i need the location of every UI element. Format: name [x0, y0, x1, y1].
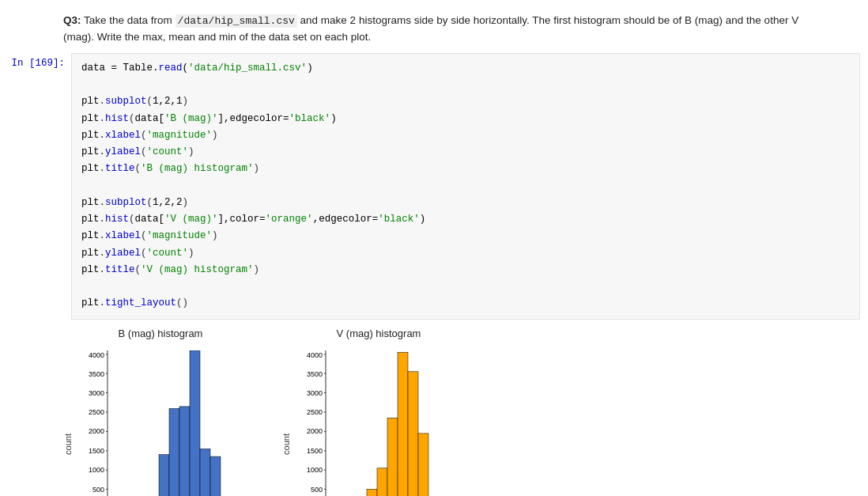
question-code-path: /data/hip_small.csv — [175, 14, 297, 28]
chart1-y-label: count — [63, 434, 73, 455]
question-label: Q3: — [63, 14, 81, 26]
chart2-svg: 0 500 1000 1500 2000 2500 3000 3500 — [294, 343, 476, 497]
code-line-12: plt.ylabel('count') — [81, 248, 194, 259]
svg-rect-29 — [190, 350, 200, 497]
svg-text:1000: 1000 — [89, 466, 104, 474]
code-block[interactable]: data = Table.read('data/hip_small.csv') … — [71, 53, 860, 320]
svg-text:4000: 4000 — [307, 351, 323, 359]
code-line-3: plt.subplot(1,2,1) — [81, 96, 188, 107]
svg-text:3000: 3000 — [307, 389, 323, 397]
svg-rect-66 — [377, 468, 387, 496]
svg-text:2000: 2000 — [89, 427, 104, 435]
svg-text:1500: 1500 — [89, 447, 104, 455]
chart2-area: count 0 500 1000 — [281, 343, 476, 497]
svg-text:3000: 3000 — [89, 389, 104, 397]
svg-rect-30 — [200, 449, 210, 496]
code-line-5: plt.xlabel('magnitude') — [81, 130, 218, 141]
cell-label: In [169]: — [8, 53, 71, 69]
charts-row: B (mag) histogram count — [63, 328, 805, 497]
svg-rect-70 — [418, 433, 428, 496]
chart1-title: B (mag) histogram — [119, 328, 203, 339]
chart1-wrapper: B (mag) histogram count — [63, 328, 258, 497]
code-cell: In [169]: data = Table.read('data/hip_sm… — [8, 53, 860, 320]
code-line-4: plt.hist(data['B (mag)'],edgecolor='blac… — [81, 113, 337, 124]
code-line-10: plt.hist(data['V (mag)'],color='orange',… — [81, 214, 425, 225]
code-line-1: data = Table.read('data/hip_small.csv') — [81, 62, 313, 74]
chart1-svg: 0 500 1000 1500 2000 2500 3000 3500 — [76, 343, 258, 497]
svg-text:2500: 2500 — [89, 408, 104, 416]
code-line-13: plt.title('V (mag) histogram') — [81, 264, 259, 275]
code-line-11: plt.xlabel('magnitude') — [81, 230, 218, 241]
svg-rect-67 — [387, 418, 398, 496]
svg-rect-65 — [367, 489, 377, 496]
svg-text:500: 500 — [92, 486, 104, 494]
chart1-inner: 0 500 1000 1500 2000 2500 3000 3500 — [76, 343, 258, 497]
svg-rect-69 — [408, 371, 418, 496]
svg-text:4000: 4000 — [89, 351, 104, 359]
chart2-wrapper: V (mag) histogram count 0 500 — [281, 328, 476, 497]
svg-text:2500: 2500 — [307, 408, 323, 416]
svg-text:2000: 2000 — [307, 427, 323, 435]
svg-text:500: 500 — [311, 486, 323, 494]
svg-rect-68 — [398, 352, 408, 496]
svg-rect-26 — [159, 454, 169, 496]
chart1-area: count 0 — [63, 343, 258, 497]
svg-text:3500: 3500 — [89, 370, 104, 378]
question-text1: Take the data from — [84, 14, 175, 26]
svg-text:1000: 1000 — [307, 466, 323, 474]
svg-text:3500: 3500 — [307, 370, 323, 378]
code-line-6: plt.ylabel('count') — [81, 146, 194, 157]
chart2-inner: 0 500 1000 1500 2000 2500 3000 3500 — [294, 343, 476, 497]
code-line-15: plt.tight_layout() — [81, 297, 188, 309]
chart2-title: V (mag) histogram — [337, 328, 421, 339]
code-line-7: plt.title('B (mag) histogram') — [81, 163, 259, 174]
svg-rect-31 — [210, 456, 221, 496]
question-block: Q3: Take the data from /data/hip_small.c… — [0, 0, 868, 53]
svg-text:1500: 1500 — [307, 447, 323, 455]
chart2-y-label: count — [281, 434, 291, 455]
code-line-9: plt.subplot(1,2,2) — [81, 197, 188, 208]
svg-rect-27 — [169, 408, 179, 496]
svg-rect-28 — [179, 406, 190, 496]
